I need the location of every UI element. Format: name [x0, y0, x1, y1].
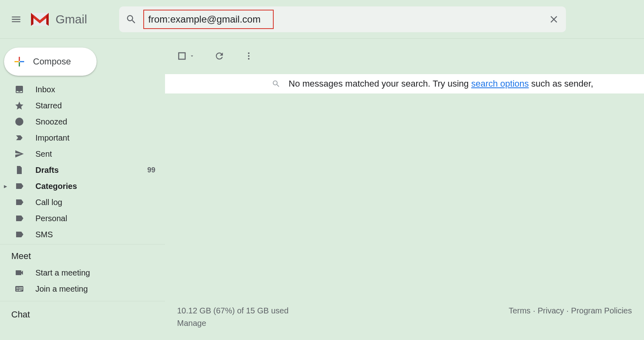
footer-link-terms[interactable]: Terms — [509, 306, 530, 315]
search-input-highlight — [143, 10, 274, 29]
gmail-logo[interactable]: Gmail — [29, 11, 87, 27]
sidebar-item-snoozed[interactable]: Snoozed — [0, 114, 165, 130]
no-results-banner: No messages matched your search. Try usi… — [165, 74, 644, 93]
nav-label: Drafts — [35, 166, 136, 175]
nav-label: Starred — [35, 101, 155, 110]
main-menu-button[interactable] — [6, 10, 26, 29]
svg-point-2 — [248, 55, 250, 57]
more-vert-icon — [244, 51, 254, 61]
gmail-logo-text: Gmail — [56, 12, 87, 26]
footer-links: Terms·Privacy·Program Policies — [509, 306, 632, 315]
sidebar-item-categories[interactable]: Categories — [0, 178, 165, 194]
clear-search-button[interactable] — [548, 14, 559, 25]
compose-button[interactable]: Compose — [4, 48, 97, 76]
header: Gmail — [0, 0, 644, 39]
search-icon[interactable] — [126, 14, 137, 25]
select-all-checkbox[interactable] — [177, 51, 195, 61]
hamburger-icon — [10, 14, 22, 25]
important-icon — [14, 133, 24, 143]
main-content: No messages matched your search. Try usi… — [165, 39, 644, 340]
join-meeting-label: Join a meeting — [35, 284, 155, 294]
storage-text: 10.12 GB (67%) of 15 GB used — [177, 306, 289, 315]
checkbox-icon — [177, 51, 187, 61]
gmail-icon — [29, 11, 51, 27]
inbox-icon — [14, 85, 24, 94]
sidebar-item-drafts[interactable]: Drafts99 — [0, 162, 165, 178]
nav-label: Important — [35, 133, 155, 143]
sidebar-item-inbox[interactable]: Inbox — [0, 81, 165, 97]
sidebar-item-important[interactable]: Important — [0, 130, 165, 146]
start-meeting-label: Start a meeting — [35, 268, 155, 278]
nav-label: Call log — [35, 198, 155, 207]
sidebar-item-personal[interactable]: Personal — [0, 210, 165, 226]
label-icon — [14, 214, 24, 223]
manage-storage-link[interactable]: Manage — [177, 319, 289, 328]
nav-label: Snoozed — [35, 117, 155, 126]
sidebar-item-sms[interactable]: SMS — [0, 226, 165, 243]
chat-title: Chat — [0, 305, 165, 323]
sidebar-item-call-log[interactable]: Call log — [0, 194, 165, 210]
sidebar-item-starred[interactable]: Starred — [0, 97, 165, 114]
label-icon — [14, 197, 24, 207]
clock-icon — [14, 117, 24, 126]
more-button[interactable] — [244, 51, 254, 61]
no-results-text: No messages matched your search. Try usi… — [289, 79, 593, 89]
toolbar — [165, 46, 644, 66]
footer-link-program-policies[interactable]: Program Policies — [571, 306, 632, 315]
footer: 10.12 GB (67%) of 15 GB used Manage Term… — [177, 306, 632, 328]
meet-title: Meet — [0, 247, 165, 265]
nav-count: 99 — [147, 166, 155, 174]
nav-label: SMS — [35, 230, 155, 239]
compose-label: Compose — [33, 56, 71, 67]
sidebar: Compose InboxStarredSnoozedImportantSent… — [0, 39, 165, 340]
join-meeting-button[interactable]: Join a meeting — [0, 281, 165, 297]
footer-link-privacy[interactable]: Privacy — [538, 306, 564, 315]
star-icon — [14, 101, 24, 110]
search-bar — [119, 6, 566, 32]
svg-point-3 — [248, 58, 250, 60]
meet-section: Meet Start a meeting Join a meeting — [0, 244, 165, 297]
refresh-button[interactable] — [214, 51, 225, 61]
nav-label: Personal — [35, 214, 155, 223]
sidebar-item-sent[interactable]: Sent — [0, 146, 165, 162]
nav-label: Sent — [35, 149, 155, 159]
label-icon — [14, 181, 24, 191]
label-icon — [14, 230, 24, 239]
refresh-icon — [214, 51, 225, 61]
send-icon — [14, 149, 24, 159]
start-meeting-button[interactable]: Start a meeting — [0, 265, 165, 281]
search-options-link[interactable]: search options — [471, 79, 529, 89]
storage-info: 10.12 GB (67%) of 15 GB used Manage — [177, 306, 289, 328]
file-icon — [14, 165, 24, 175]
video-icon — [14, 268, 24, 278]
plus-icon — [13, 55, 26, 68]
keyboard-icon — [14, 284, 24, 294]
nav-label: Categories — [35, 182, 155, 191]
svg-rect-0 — [179, 53, 185, 59]
nav-list: InboxStarredSnoozedImportantSentDrafts99… — [0, 81, 165, 243]
svg-point-1 — [248, 52, 250, 54]
chat-section: Chat — [0, 301, 165, 323]
search-icon — [272, 79, 281, 88]
search-input[interactable] — [148, 14, 269, 25]
dropdown-icon — [189, 53, 195, 59]
nav-label: Inbox — [35, 85, 155, 94]
